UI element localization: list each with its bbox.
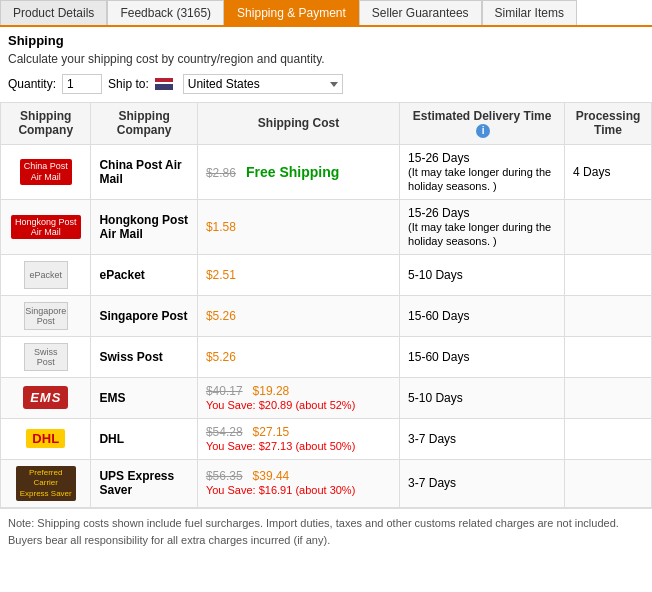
price: $1.58 — [206, 220, 236, 234]
delivery-cell: 3-7 Days — [400, 418, 565, 459]
table-row: EMS EMS $40.17 $19.28 You Save: $20.89 (… — [1, 377, 652, 418]
cost-cell: $40.17 $19.28 You Save: $20.89 (about 52… — [197, 377, 399, 418]
company-name-cell: Singapore Post — [91, 295, 197, 336]
save-text: You Save: $20.89 (about 52%) — [206, 399, 355, 411]
swiss-post-logo: Swiss Post — [24, 343, 68, 371]
logo-cell-epacket: ePacket — [1, 254, 91, 295]
country-select[interactable]: United States — [183, 74, 343, 94]
quantity-label: Quantity: — [8, 77, 56, 91]
shipping-note: Note: Shipping costs shown include fuel … — [0, 508, 652, 554]
processing-cell — [565, 459, 652, 507]
ship-to-label: Ship to: — [108, 77, 149, 91]
free-shipping-label: Free Shipping — [246, 164, 339, 180]
shipping-section-header: Shipping — [0, 27, 652, 50]
company-name-cell: Swiss Post — [91, 336, 197, 377]
tab-feedback[interactable]: Feedback (3165) — [107, 0, 224, 25]
processing-cell — [565, 254, 652, 295]
company-name-cell: ePacket — [91, 254, 197, 295]
table-row: ePacket ePacket $2.51 5-10 Days — [1, 254, 652, 295]
col-header-cost: Shipping Cost — [197, 103, 399, 145]
col-header-delivery: Estimated Delivery Time i — [400, 103, 565, 145]
delivery-info-icon[interactable]: i — [476, 124, 490, 138]
tab-shipping-payment[interactable]: Shipping & Payment — [224, 0, 359, 25]
logo-cell-hk-post: Hongkong PostAir Mail — [1, 199, 91, 254]
logo-cell-china-post: China PostAir Mail — [1, 144, 91, 199]
table-row: Singapore Post Singapore Post $5.26 15-6… — [1, 295, 652, 336]
price: $5.26 — [206, 309, 236, 323]
price: $19.28 — [253, 384, 290, 398]
table-row: Hongkong PostAir Mail Hongkong Post Air … — [1, 199, 652, 254]
table-row: China PostAir Mail China Post Air Mail $… — [1, 144, 652, 199]
table-row: Swiss Post Swiss Post $5.26 15-60 Days — [1, 336, 652, 377]
old-price: $40.17 — [206, 384, 243, 398]
delivery-cell: 5-10 Days — [400, 377, 565, 418]
ems-logo: EMS — [30, 390, 61, 405]
company-name-cell: China Post Air Mail — [91, 144, 197, 199]
quantity-input[interactable] — [62, 74, 102, 94]
processing-cell — [565, 336, 652, 377]
shipping-table: Shipping Company Shipping Company Shippi… — [0, 102, 652, 508]
hk-post-logo: Hongkong PostAir Mail — [11, 215, 81, 239]
delivery-cell: 5-10 Days — [400, 254, 565, 295]
price: $27.15 — [253, 425, 290, 439]
logo-cell-ups: PreferredCarrierExpress Saver — [1, 459, 91, 507]
delivery-cell: 15-60 Days — [400, 336, 565, 377]
cost-cell: $5.26 — [197, 336, 399, 377]
price: $2.51 — [206, 268, 236, 282]
processing-cell: 4 Days — [565, 144, 652, 199]
cost-cell: $56.35 $39.44 You Save: $16.91 (about 30… — [197, 459, 399, 507]
processing-cell — [565, 418, 652, 459]
sg-post-logo: Singapore Post — [24, 302, 68, 330]
cost-cell: $2.86 Free Shipping — [197, 144, 399, 199]
cost-cell: $1.58 — [197, 199, 399, 254]
processing-cell — [565, 295, 652, 336]
old-price: $2.86 — [206, 166, 236, 180]
epacket-logo: ePacket — [24, 261, 68, 289]
cost-cell: $2.51 — [197, 254, 399, 295]
table-row: DHL DHL $54.28 $27.15 You Save: $27.13 (… — [1, 418, 652, 459]
company-name-cell: Hongkong Post Air Mail — [91, 199, 197, 254]
delivery-cell: 15-26 Days(It may take longer during the… — [400, 199, 565, 254]
price: $5.26 — [206, 350, 236, 364]
old-price: $56.35 — [206, 469, 243, 483]
col-header-company-name: Shipping Company — [91, 103, 197, 145]
price: $39.44 — [253, 469, 290, 483]
tab-similar-items[interactable]: Similar Items — [482, 0, 577, 25]
logo-cell-ems: EMS — [1, 377, 91, 418]
delivery-cell: 15-60 Days — [400, 295, 565, 336]
calc-description: Calculate your shipping cost by country/… — [0, 50, 652, 70]
delivery-cell: 15-26 Days(It may take longer during the… — [400, 144, 565, 199]
cost-cell: $5.26 — [197, 295, 399, 336]
company-name-cell: UPS Express Saver — [91, 459, 197, 507]
cost-cell: $54.28 $27.15 You Save: $27.13 (about 50… — [197, 418, 399, 459]
us-flag-icon — [155, 78, 173, 90]
processing-cell — [565, 377, 652, 418]
tab-seller-guarantees[interactable]: Seller Guarantees — [359, 0, 482, 25]
logo-cell-swiss-post: Swiss Post — [1, 336, 91, 377]
dhl-logo: DHL — [26, 429, 65, 448]
col-header-company: Shipping Company — [1, 103, 91, 145]
delivery-cell: 3-7 Days — [400, 459, 565, 507]
tab-product-details[interactable]: Product Details — [0, 0, 107, 25]
table-row: PreferredCarrierExpress Saver UPS Expres… — [1, 459, 652, 507]
ups-logo: PreferredCarrierExpress Saver — [16, 466, 76, 501]
logo-cell-sg-post: Singapore Post — [1, 295, 91, 336]
logo-cell-dhl: DHL — [1, 418, 91, 459]
company-name-cell: DHL — [91, 418, 197, 459]
tabs-bar: Product Details Feedback (3165) Shipping… — [0, 0, 652, 27]
china-post-logo: China PostAir Mail — [20, 159, 72, 185]
quantity-row: Quantity: Ship to: United States — [0, 70, 652, 102]
col-header-processing: Processing Time — [565, 103, 652, 145]
save-text: You Save: $16.91 (about 30%) — [206, 484, 355, 496]
company-name-cell: EMS — [91, 377, 197, 418]
save-text: You Save: $27.13 (about 50%) — [206, 440, 355, 452]
processing-cell — [565, 199, 652, 254]
old-price: $54.28 — [206, 425, 243, 439]
